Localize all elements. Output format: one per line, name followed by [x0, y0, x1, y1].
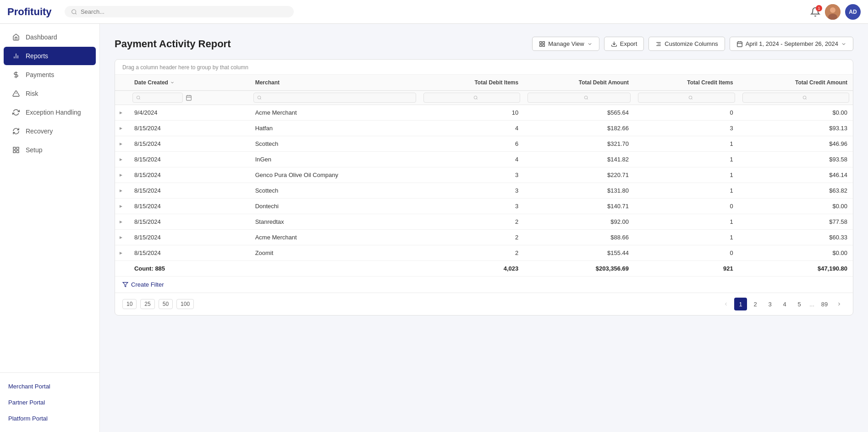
debit-items-filter-input[interactable]: [480, 94, 516, 101]
user-initials[interactable]: AD: [845, 4, 861, 20]
date-filter-input[interactable]: [143, 94, 179, 101]
sidebar-item-platform-portal[interactable]: Platform Portal: [0, 410, 99, 426]
search-input[interactable]: [81, 8, 287, 15]
merchant-filter[interactable]: [253, 93, 416, 103]
row-expander[interactable]: ►: [115, 214, 129, 230]
page-ellipsis: ...: [808, 301, 816, 308]
debit-amount-filter-search-icon: [584, 95, 588, 100]
page-size-10[interactable]: 10: [122, 299, 137, 309]
svg-point-41: [803, 96, 806, 99]
page-size-25[interactable]: 25: [140, 299, 154, 309]
row-credit-amount: $0.00: [739, 245, 853, 261]
page-next-button[interactable]: [833, 298, 846, 310]
row-date: 8/15/2024: [129, 183, 250, 199]
credit-amount-filter[interactable]: [742, 93, 849, 103]
sidebar-item-setup[interactable]: Setup: [4, 141, 96, 159]
page-numbers: 1 2 3 4 5 ... 89: [720, 298, 846, 310]
filter-icon: [122, 282, 128, 288]
credit-items-filter-search-icon: [688, 95, 693, 100]
page-size-100[interactable]: 100: [176, 299, 194, 309]
svg-point-35: [474, 96, 477, 99]
svg-line-42: [806, 99, 807, 100]
date-filter[interactable]: [132, 93, 183, 103]
credit-amount-filter-input[interactable]: [809, 94, 846, 101]
page-4[interactable]: 4: [778, 298, 791, 310]
row-credit-amount: $0.00: [739, 105, 853, 121]
sidebar-item-payments[interactable]: Payments: [4, 66, 96, 84]
page-size-options: 10 25 50 100: [122, 299, 194, 309]
th-total-credit-items: Total Credit Items: [634, 75, 739, 91]
row-credit-items: 1: [634, 167, 739, 183]
search-bar[interactable]: [65, 6, 294, 17]
th-total-credit-amount: Total Credit Amount: [739, 75, 853, 91]
svg-rect-15: [540, 41, 542, 43]
calendar-filter-icon[interactable]: [186, 94, 192, 101]
page-2[interactable]: 2: [749, 298, 762, 310]
row-debit-amount: $141.82: [524, 152, 634, 167]
row-credit-amount: $46.96: [739, 136, 853, 152]
row-debit-amount: $131.80: [524, 183, 634, 199]
page-prev-button[interactable]: [720, 298, 732, 310]
row-credit-items: 1: [634, 214, 739, 230]
th-date-created[interactable]: Date Created: [129, 75, 250, 91]
row-expander[interactable]: ►: [115, 167, 129, 183]
row-credit-items: 1: [634, 230, 739, 245]
svg-rect-14: [13, 150, 16, 153]
row-expander[interactable]: ►: [115, 199, 129, 214]
sidebar-item-recovery[interactable]: Recovery: [4, 122, 96, 140]
page-size-50[interactable]: 50: [159, 299, 173, 309]
row-expander[interactable]: ►: [115, 245, 129, 261]
customize-columns-button[interactable]: Customize Columns: [648, 37, 725, 51]
sidebar-item-partner-portal[interactable]: Partner Portal: [0, 394, 99, 410]
row-credit-items: 1: [634, 152, 739, 167]
manage-view-button[interactable]: Manage View: [532, 37, 599, 51]
merchant-filter-search-icon: [257, 95, 262, 100]
row-debit-items: 4: [420, 121, 524, 136]
notification-button[interactable]: 1: [810, 7, 820, 17]
grid-icon: [12, 146, 20, 154]
table-row: ► 8/15/2024 Acme Merchant 2 $88.66 1 $60…: [115, 230, 853, 245]
sidebar-item-merchant-portal[interactable]: Merchant Portal: [0, 378, 99, 394]
row-expander[interactable]: ►: [115, 136, 129, 152]
chevron-left-icon: [723, 301, 729, 307]
row-expander[interactable]: ►: [115, 230, 129, 245]
debit-amount-filter-input[interactable]: [590, 94, 627, 101]
header-right: 1 AD: [810, 4, 861, 20]
table-row: ► 8/15/2024 Dontechi 3 $140.71 0 $0.00: [115, 199, 853, 214]
sidebar-item-exception-handling[interactable]: Exception Handling: [4, 103, 96, 122]
top-header: Profituity 1 AD: [0, 0, 868, 24]
sidebar-item-reports[interactable]: Reports: [4, 47, 96, 65]
svg-rect-13: [16, 150, 19, 153]
date-range-button[interactable]: April 1, 2024 - September 26, 2024: [730, 37, 853, 51]
debit-items-filter[interactable]: [423, 93, 521, 103]
merchant-filter-input[interactable]: [264, 94, 300, 101]
table-row: ► 8/15/2024 Hatfan 4 $182.66 3 $93.13: [115, 121, 853, 136]
credit-items-filter[interactable]: [638, 93, 735, 103]
svg-point-39: [689, 96, 692, 99]
export-button[interactable]: Export: [604, 37, 644, 51]
debit-amount-filter[interactable]: [527, 93, 631, 103]
create-filter-button[interactable]: Create Filter: [115, 276, 853, 293]
row-expander[interactable]: ►: [115, 183, 129, 199]
row-expander[interactable]: ►: [115, 105, 129, 121]
page-1[interactable]: 1: [734, 298, 747, 310]
svg-line-28: [139, 99, 140, 100]
drag-hint: Drag a column header here to group by th…: [115, 60, 853, 75]
row-date: 8/15/2024: [129, 152, 250, 167]
sidebar-item-risk[interactable]: Risk: [4, 84, 96, 103]
page-last[interactable]: 89: [818, 298, 831, 310]
date-filter-search-icon: [136, 95, 141, 100]
sidebar-label-dashboard: Dashboard: [26, 33, 57, 41]
row-debit-items: 2: [420, 230, 524, 245]
row-debit-amount: $565.64: [524, 105, 634, 121]
page-3[interactable]: 3: [764, 298, 776, 310]
page-5[interactable]: 5: [793, 298, 806, 310]
credit-items-filter-input[interactable]: [695, 94, 731, 101]
row-expander[interactable]: ►: [115, 121, 129, 136]
sidebar-item-dashboard[interactable]: Dashboard: [4, 28, 96, 46]
svg-rect-23: [737, 42, 742, 47]
count-label: Count: 885: [134, 265, 165, 272]
row-date: 8/15/2024: [129, 167, 250, 183]
svg-point-0: [71, 9, 76, 13]
row-expander[interactable]: ►: [115, 152, 129, 167]
